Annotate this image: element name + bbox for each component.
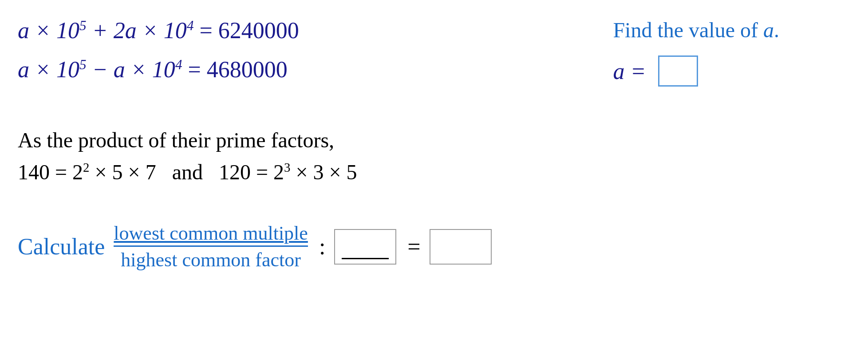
fraction: lowest common multiple highest common fa… [114,222,308,271]
find-value-label: Find the value of a. [613,18,779,42]
fraction-numerator: lowest common multiple [114,222,308,247]
calculate-label: Calculate [18,233,105,260]
main-container: a × 105 + 2a × 104 = 6240000 a × 105 − a… [0,0,868,348]
prime-factors-section: As the product of their prime factors, 1… [18,124,357,188]
equation-1: a × 105 + 2a × 104 = 6240000 [18,13,299,48]
result-input-box[interactable] [430,229,492,265]
answer-row: a = [613,55,779,87]
colon-separator: : [319,233,325,260]
calculate-section: Calculate lowest common multiple highest… [18,222,492,271]
answer-variable-label: a = [613,58,651,84]
equations-section: a × 105 + 2a × 104 = 6240000 a × 105 − a… [18,13,299,91]
fraction-denominator: highest common factor [121,247,301,271]
prime-factors-line2: 140 = 22 × 5 × 7 and 120 = 23 × 3 × 5 [18,156,357,188]
prime-factors-line1: As the product of their prime factors, [18,124,357,156]
equation-2: a × 105 − a × 104 = 4680000 [18,52,299,87]
equals-sign: = [407,233,420,260]
lcm-input-box[interactable] [334,229,396,265]
answer-input-box[interactable] [658,55,698,87]
find-value-section: Find the value of a. a = [613,18,779,87]
